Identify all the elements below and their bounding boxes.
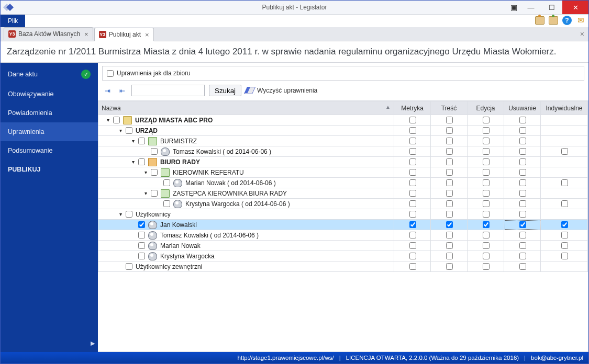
tab-close-icon[interactable]: × [84, 30, 88, 38]
perm-u-checkbox[interactable] [519, 253, 526, 259]
table-row[interactable]: Marian Nowak [98, 241, 588, 251]
table-row[interactable]: Tomasz Kowalski ( od 2014-06-06 ) [98, 230, 588, 241]
sidebar-item-uprawnienia[interactable]: Uprawnienia [1, 122, 98, 141]
row-checkbox[interactable] [163, 179, 170, 186]
perm-u-checkbox[interactable] [519, 127, 526, 134]
perm-t-checkbox[interactable] [446, 200, 453, 207]
perm-e-checkbox[interactable] [483, 232, 490, 238]
perm-t-checkbox[interactable] [446, 253, 453, 259]
perm-i-checkbox[interactable] [561, 179, 568, 186]
tree-arrow-icon[interactable]: ▾ [117, 211, 124, 217]
perm-m-checkbox[interactable] [409, 138, 416, 144]
perm-t-checkbox[interactable] [446, 158, 453, 165]
perm-t-checkbox[interactable] [446, 127, 453, 134]
table-row[interactable]: ▾URZĄD MIASTA ABC PRO [98, 115, 588, 126]
perm-t-checkbox[interactable] [446, 169, 453, 176]
perm-e-checkbox[interactable] [483, 127, 490, 134]
row-checkbox[interactable] [138, 158, 145, 165]
row-checkbox[interactable] [126, 127, 132, 134]
row-checkbox[interactable] [138, 242, 145, 249]
perm-u-checkbox[interactable] [519, 117, 526, 123]
perm-m-checkbox[interactable] [409, 232, 416, 238]
perm-i-checkbox[interactable] [561, 232, 568, 238]
table-row[interactable]: Krystyna Wargocka ( od 2014-06-06 ) [98, 199, 588, 209]
minimize-button[interactable]: — [520, 1, 541, 14]
perm-m-checkbox[interactable] [409, 190, 416, 197]
help-icon[interactable]: ? [562, 16, 572, 25]
perm-i-checkbox[interactable] [561, 221, 568, 228]
close-all-tabs-icon[interactable]: × [580, 30, 584, 38]
tree-arrow-icon[interactable]: ▾ [142, 169, 149, 175]
perm-u-checkbox[interactable] [519, 169, 526, 176]
perm-e-checkbox[interactable] [483, 169, 490, 176]
perm-t-checkbox[interactable] [446, 211, 453, 218]
clear-permissions-button[interactable]: Wyczyść uprawnienia [246, 87, 317, 94]
row-checkbox[interactable] [138, 138, 145, 144]
expand-all-icon[interactable]: ⇥ [102, 85, 113, 96]
col-metryka[interactable]: Metryka [394, 101, 431, 115]
row-checkbox[interactable] [138, 232, 145, 238]
perm-e-checkbox[interactable] [483, 179, 490, 186]
menu-file[interactable]: Plik [1, 15, 25, 27]
table-row[interactable]: ▾BIURO RADY [98, 157, 588, 167]
table-row[interactable]: ▾ZASTĘPCA KIEROWNIKA BIURA RADY [98, 188, 588, 199]
inbox-out-icon[interactable] [535, 16, 544, 25]
perm-m-checkbox[interactable] [409, 263, 416, 270]
maximize-button[interactable]: ☐ [541, 1, 562, 14]
row-checkbox[interactable] [113, 117, 120, 123]
table-row[interactable]: ▾URZĄD [98, 126, 588, 136]
table-row[interactable]: Użytkownicy zewnętrzni [98, 261, 588, 272]
perm-m-checkbox[interactable] [409, 200, 416, 207]
perm-t-checkbox[interactable] [446, 221, 453, 228]
perm-i-checkbox[interactable] [561, 253, 568, 259]
perm-e-checkbox[interactable] [483, 221, 490, 228]
perm-e-checkbox[interactable] [483, 138, 490, 144]
perm-u-checkbox[interactable] [519, 138, 526, 144]
perm-t-checkbox[interactable] [446, 263, 453, 270]
collapse-all-icon[interactable]: ⇤ [117, 85, 127, 96]
perm-u-checkbox[interactable] [519, 148, 526, 155]
perm-t-checkbox[interactable] [446, 117, 453, 123]
perm-m-checkbox[interactable] [409, 211, 416, 218]
mail-icon[interactable]: ✉ [576, 16, 585, 25]
tree-arrow-icon[interactable]: ▾ [105, 117, 111, 123]
perm-e-checkbox[interactable] [483, 253, 490, 259]
perm-i-checkbox[interactable] [561, 200, 568, 207]
table-row[interactable]: ▾KIEROWNIK REFERATU [98, 167, 588, 178]
col-usuwanie[interactable]: Usuwanie [504, 101, 541, 115]
perm-e-checkbox[interactable] [483, 190, 490, 197]
perm-m-checkbox[interactable] [409, 242, 416, 249]
perm-u-checkbox[interactable] [519, 263, 526, 270]
perm-m-checkbox[interactable] [409, 148, 416, 155]
row-checkbox[interactable] [151, 148, 158, 155]
perm-t-checkbox[interactable] [446, 190, 453, 197]
perm-t-checkbox[interactable] [446, 242, 453, 249]
tree-arrow-icon[interactable]: ▾ [117, 128, 124, 133]
tab-publikuj-akt[interactable]: Y3Publikuj akt× [94, 28, 154, 41]
perm-m-checkbox[interactable] [409, 169, 416, 176]
sidebar-item-obowiązywanie[interactable]: Obowiązywanie [1, 85, 98, 104]
sidebar-item-dane-aktu[interactable]: Dane aktu✓ [1, 64, 98, 85]
inbox-in-icon[interactable] [549, 16, 558, 25]
perm-e-checkbox[interactable] [483, 158, 490, 165]
row-checkbox[interactable] [151, 169, 158, 176]
table-row[interactable]: Krystyna Wargocka [98, 251, 588, 261]
inherit-permissions-checkbox[interactable] [107, 70, 114, 77]
perm-u-checkbox[interactable] [519, 190, 526, 197]
col-name[interactable]: Nazwa▲ [98, 101, 394, 115]
perm-m-checkbox[interactable] [409, 127, 416, 134]
perm-t-checkbox[interactable] [446, 138, 453, 144]
row-checkbox[interactable] [151, 190, 158, 197]
table-row[interactable]: ▾Użytkownicy [98, 209, 588, 220]
perm-i-checkbox[interactable] [561, 148, 568, 155]
perm-t-checkbox[interactable] [446, 148, 453, 155]
perm-e-checkbox[interactable] [483, 242, 490, 249]
perm-e-checkbox[interactable] [483, 200, 490, 207]
row-checkbox[interactable] [126, 211, 132, 218]
window-mode-icon[interactable]: ▣ [507, 1, 520, 14]
perm-m-checkbox[interactable] [409, 179, 416, 186]
sidebar-item-powiadomienia[interactable]: Powiadomienia [1, 104, 98, 122]
table-row[interactable]: Marian Nowak ( od 2014-06-06 ) [98, 178, 588, 188]
col-indywidualne[interactable]: Indywidualne [541, 101, 588, 115]
perm-t-checkbox[interactable] [446, 232, 453, 238]
